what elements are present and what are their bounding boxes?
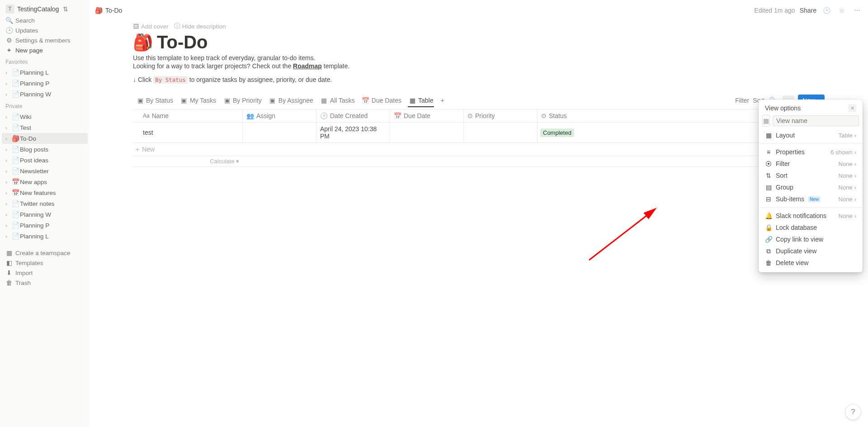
image-icon: 🖼 — [133, 23, 139, 30]
cell-status[interactable]: Completed — [538, 123, 577, 142]
col-status[interactable]: ⊙Status — [538, 109, 572, 122]
clock-icon[interactable]: 🕑 — [821, 5, 832, 16]
layout-row[interactable]: ▦LayoutTable› — [762, 129, 859, 141]
sidebar-item[interactable]: ›📄Wiki — [2, 111, 88, 122]
view-name-input[interactable] — [773, 115, 859, 126]
clock-icon: 🕑 — [320, 112, 328, 119]
trash-button[interactable]: 🗑Trash — [2, 278, 88, 288]
sidebar-item[interactable]: ›📄Test — [2, 122, 88, 133]
page-description-2: Looking for a way to track larger projec… — [133, 62, 825, 70]
view-tab[interactable]: ▦All Tasks — [317, 94, 359, 107]
subitems-row[interactable]: ⊟Sub-itemsNewNone› — [762, 193, 859, 205]
table-row[interactable]: test April 24, 2023 10:38 PM Completed — [133, 123, 825, 143]
page-emoji[interactable]: 🎒 — [133, 33, 153, 52]
col-priority[interactable]: ⊙Priority — [464, 109, 538, 122]
new-page-button[interactable]: ＋New page — [2, 45, 88, 55]
view-icon: ▣ — [223, 97, 231, 104]
star-icon[interactable]: ☆ — [836, 5, 847, 16]
view-tab[interactable]: ▦Table — [405, 94, 437, 107]
sidebar-item[interactable]: ›📅New features — [2, 187, 88, 198]
hide-description-button[interactable]: ⓘHide description — [174, 22, 226, 30]
breadcrumb[interactable]: 🎒 To-Do — [95, 7, 122, 14]
add-cover-button[interactable]: 🖼Add cover — [133, 22, 169, 30]
create-teamspace-button[interactable]: ▦Create a teamspace — [2, 248, 88, 258]
roadmap-link[interactable]: Roadmap — [293, 62, 322, 70]
filter-button[interactable]: Filter — [735, 97, 749, 104]
col-name[interactable]: AaName — [133, 109, 243, 122]
favorites-section: Favorites — [2, 55, 88, 67]
properties-row[interactable]: ≡Properties6 shown› — [762, 146, 859, 158]
view-icon: ▣ — [137, 97, 144, 104]
search-button[interactable]: 🔍Search — [2, 15, 88, 25]
filter-row[interactable]: ⦿FilterNone› — [762, 158, 859, 170]
annotation-arrow — [589, 206, 661, 266]
slack-row[interactable]: 🔔Slack notificationsNone› — [762, 210, 859, 222]
updates-label: Updates — [15, 27, 38, 34]
add-view-button[interactable]: + — [437, 94, 448, 107]
tab-label: By Status — [146, 97, 173, 104]
workspace-switcher[interactable]: T TestingCatalog ⇅ — [2, 4, 88, 14]
cell-created[interactable]: April 24, 2023 10:38 PM — [316, 123, 390, 142]
sidebar-item[interactable]: ›📄Newsletter — [2, 166, 88, 176]
delete-row[interactable]: 🗑Delete view — [762, 257, 859, 269]
sidebar-item[interactable]: ›📄Post ideas — [2, 155, 88, 166]
sidebar-item[interactable]: ›📄Planning W — [2, 209, 88, 220]
cell-priority[interactable] — [464, 123, 538, 142]
view-tab[interactable]: ▣By Assignee — [265, 94, 317, 107]
cell-assign[interactable] — [243, 123, 316, 142]
svg-line-1 — [589, 209, 655, 260]
bell-icon: 🔔 — [765, 212, 772, 219]
help-button[interactable]: ? — [845, 404, 861, 420]
table-icon[interactable]: ▦ — [762, 115, 770, 127]
sidebar-item[interactable]: ›📄Blog posts — [2, 144, 88, 155]
sidebar-item[interactable]: ›📄Planning W — [2, 89, 88, 100]
col-assign[interactable]: 👥Assign — [243, 109, 316, 122]
sidebar-item[interactable]: ›🎒To-Do — [2, 133, 88, 144]
view-tab[interactable]: 📅Due Dates — [359, 94, 405, 107]
sidebar-item-label: Planning P — [20, 80, 49, 87]
sidebar-item[interactable]: ›📄Twitter notes — [2, 198, 88, 209]
new-row-button[interactable]: +New — [133, 143, 825, 156]
private-section: Private — [2, 100, 88, 111]
sort-row[interactable]: ⇅SortNone› — [762, 170, 859, 181]
templates-button[interactable]: ◧Templates — [2, 258, 88, 268]
page-title[interactable]: To-Do — [157, 32, 208, 52]
updates-button[interactable]: 🕑Updates — [2, 25, 88, 35]
sidebar-item[interactable]: ›📄Planning P — [2, 78, 88, 89]
chevron-right-icon: › — [2, 123, 11, 132]
code-by-status: By Status — [153, 76, 188, 84]
sidebar-item[interactable]: ›📄Planning L — [2, 67, 88, 78]
page-description-3: ↓ Click By Status to organize tasks by a… — [133, 76, 825, 83]
layout-icon: ▦ — [765, 132, 772, 139]
chevron-updown-icon: ⇅ — [62, 5, 69, 13]
view-tab[interactable]: ▣By Status — [133, 94, 177, 107]
chevron-right-icon: › — [2, 232, 11, 241]
cell-due[interactable] — [390, 123, 464, 142]
share-button[interactable]: Share — [800, 7, 816, 14]
col-due-date[interactable]: 📅Due Date — [390, 109, 464, 122]
sidebar-item-label: Planning L — [20, 69, 49, 76]
tab-label: All Tasks — [330, 97, 355, 104]
copy-link-row[interactable]: 🔗Copy link to view — [762, 233, 859, 245]
settings-button[interactable]: ⚙Settings & members — [2, 35, 88, 45]
view-tab[interactable]: ▣By Priority — [220, 94, 265, 107]
duplicate-row[interactable]: ⧉Duplicate view — [762, 245, 859, 257]
cell-name[interactable]: test — [133, 123, 243, 142]
sidebar-item[interactable]: ›📄Planning L — [2, 231, 88, 242]
view-tab[interactable]: ▣My Tasks — [177, 94, 220, 107]
calculate-button[interactable]: Calculate ▾ — [133, 156, 243, 166]
teamspace-icon: ▦ — [5, 249, 13, 256]
main-area: 🎒 To-Do Edited 1m ago Share 🕑 ☆ ⋯ 🖼Add c… — [90, 0, 868, 427]
tab-label: My Tasks — [190, 97, 216, 104]
col-date-created[interactable]: 🕑Date Created — [316, 109, 390, 122]
group-row[interactable]: ▤GroupNone› — [762, 181, 859, 193]
sidebar-item[interactable]: ›📄Planning P — [2, 220, 88, 231]
lock-row[interactable]: 🔒Lock database — [762, 222, 859, 233]
sidebar-item[interactable]: ›📅New apps — [2, 176, 88, 187]
chevron-right-icon: › — [854, 172, 856, 179]
more-icon[interactable]: ⋯ — [852, 5, 863, 16]
close-button[interactable]: ✕ — [848, 104, 856, 112]
import-button[interactable]: ⬇Import — [2, 268, 88, 278]
page-icon: 🎒 — [11, 134, 20, 143]
edited-label: Edited 1m ago — [754, 7, 795, 14]
